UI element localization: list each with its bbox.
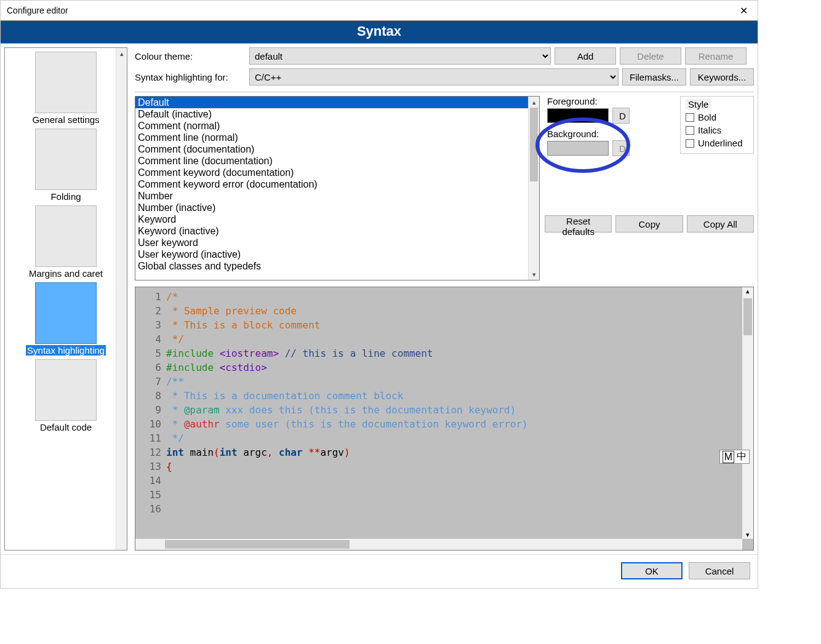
- nav-thumb-icon: [35, 205, 97, 267]
- element-list-item[interactable]: Global classes and typedefs: [135, 260, 528, 272]
- settings-panel: Colour theme: default Add Delete Rename …: [127, 47, 754, 551]
- window-title: Configure editor: [7, 6, 68, 15]
- chevron-up-icon[interactable]: ▴: [742, 287, 753, 295]
- style-section: DefaultDefault (inactive)Comment (normal…: [135, 96, 754, 280]
- chevron-down-icon[interactable]: ▾: [742, 531, 753, 539]
- titlebar: Configure editor ✕: [1, 1, 758, 20]
- syntax-for-label: Syntax highlighting for:: [135, 72, 246, 82]
- element-list-item[interactable]: Comment (normal): [135, 120, 528, 132]
- element-list-item[interactable]: User keyword: [135, 237, 528, 248]
- element-list-item[interactable]: Comment line (documentation): [135, 155, 528, 167]
- sidebar-item-label: Margins and caret: [7, 268, 124, 279]
- sidebar-item-label: General settings: [7, 114, 124, 125]
- scrollbar-thumb[interactable]: [165, 540, 350, 549]
- style-properties: Foreground: D Background: D Style Bold I…: [545, 96, 754, 280]
- cancel-button[interactable]: Cancel: [689, 562, 750, 579]
- nav-thumb-icon: [35, 129, 97, 190]
- chevron-up-icon[interactable]: ▴: [116, 48, 127, 59]
- chevron-down-icon[interactable]: ▾: [529, 269, 539, 280]
- style-group: Style Bold Italics Underlined: [680, 96, 754, 154]
- sidebar-item-general-settings[interactable]: General settings: [5, 49, 127, 126]
- preview-h-scrollbar[interactable]: [135, 539, 742, 550]
- sidebar-item-label: Default code: [7, 422, 124, 432]
- ime-indicator[interactable]: M 中: [719, 450, 750, 464]
- element-list-item[interactable]: Comment (documentation): [135, 143, 528, 155]
- close-icon[interactable]: ✕: [736, 5, 751, 17]
- chevron-up-icon[interactable]: ▴: [529, 97, 539, 108]
- add-button[interactable]: Add: [555, 47, 616, 65]
- category-scrollbar[interactable]: ▴: [116, 48, 127, 550]
- nav-thumb-icon: [35, 52, 97, 113]
- dialog-body: ▴ General settingsFoldingMargins and car…: [1, 44, 758, 554]
- rename-button[interactable]: Rename: [685, 47, 747, 65]
- element-list[interactable]: DefaultDefault (inactive)Comment (normal…: [135, 96, 540, 280]
- element-list-item[interactable]: Default (inactive): [135, 108, 528, 120]
- syntax-for-select[interactable]: C/C++: [249, 68, 619, 85]
- copy-button[interactable]: Copy: [615, 215, 683, 233]
- colour-theme-label: Colour theme:: [135, 51, 246, 62]
- foreground-default-button[interactable]: D: [612, 108, 630, 124]
- nav-thumb-icon: [35, 282, 97, 344]
- element-list-item[interactable]: User keyword (inactive): [135, 248, 528, 260]
- configure-editor-window: Configure editor ✕ Syntax ▴ General sett…: [0, 0, 758, 589]
- sidebar-item-label: Folding: [7, 191, 124, 202]
- element-list-item[interactable]: Comment keyword (documentation): [135, 167, 528, 178]
- delete-button[interactable]: Delete: [620, 47, 681, 65]
- code-preview: 12345678910111213141516 /* * Sample prev…: [135, 287, 754, 551]
- copy-all-button[interactable]: Copy All: [687, 215, 754, 233]
- category-list: ▴ General settingsFoldingMargins and car…: [4, 47, 127, 551]
- sidebar-item-folding[interactable]: Folding: [5, 126, 127, 203]
- reset-defaults-button[interactable]: Reset defaults: [545, 215, 612, 233]
- element-list-item[interactable]: Comment keyword error (documentation): [135, 178, 528, 190]
- underlined-checkbox[interactable]: Underlined: [686, 138, 748, 148]
- separator: [135, 92, 754, 92]
- element-list-item[interactable]: Number: [135, 190, 528, 202]
- element-list-scrollbar[interactable]: ▴ ▾: [528, 97, 539, 280]
- preview-v-scrollbar[interactable]: ▴ ▾: [742, 287, 753, 539]
- sidebar-item-syntax-highlighting[interactable]: Syntax highlighting: [5, 280, 127, 357]
- nav-thumb-icon: [35, 359, 97, 421]
- line-number-gutter: 12345678910111213141516: [135, 287, 165, 550]
- sidebar-item-margins-and-caret[interactable]: Margins and caret: [5, 203, 127, 280]
- element-list-item[interactable]: Comment line (normal): [135, 132, 528, 143]
- element-list-item[interactable]: Keyword: [135, 213, 528, 225]
- dialog-footer: OK Cancel: [1, 554, 758, 588]
- filemasks-button[interactable]: Filemasks...: [622, 68, 686, 85]
- sidebar-item-default-code[interactable]: Default code: [5, 357, 127, 434]
- element-list-item[interactable]: Default: [135, 97, 528, 108]
- element-list-item[interactable]: Keyword (inactive): [135, 225, 528, 237]
- keywords-button[interactable]: Keywords...: [690, 68, 754, 85]
- page-title: Syntax: [1, 20, 758, 44]
- scrollbar-thumb[interactable]: [743, 298, 752, 335]
- italics-checkbox[interactable]: Italics: [686, 125, 748, 135]
- element-list-item[interactable]: Number (inactive): [135, 202, 528, 213]
- background-swatch[interactable]: [547, 141, 609, 156]
- foreground-swatch[interactable]: [547, 108, 609, 123]
- sidebar-item-label: Syntax highlighting: [26, 345, 106, 356]
- bold-checkbox[interactable]: Bold: [686, 112, 748, 122]
- preview-code: /* * Sample preview code * This is a blo…: [165, 287, 753, 550]
- background-default-button[interactable]: D: [612, 140, 630, 156]
- ok-button[interactable]: OK: [621, 562, 683, 579]
- style-legend: Style: [686, 99, 711, 109]
- scrollbar-thumb[interactable]: [530, 108, 538, 181]
- colour-theme-select[interactable]: default: [249, 47, 551, 65]
